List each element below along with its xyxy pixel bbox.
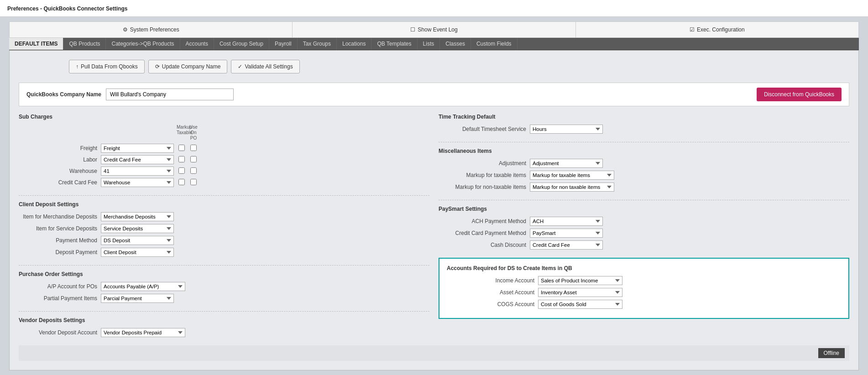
markup-nontaxable-select[interactable]: Markup for non taxable items — [530, 182, 614, 192]
config-icon: ☑ — [690, 26, 695, 33]
partial-payment-select[interactable]: Parcial Payment — [101, 294, 174, 303]
labor-useon-check[interactable] — [190, 156, 197, 162]
warehouse-markup-check[interactable] — [178, 167, 185, 174]
disconnect-button[interactable]: Disconnect from QuickBooks — [757, 88, 842, 101]
payment-method-select[interactable]: DS Deposit — [101, 236, 174, 245]
validate-all-label: Validate All Settings — [245, 63, 293, 70]
refresh-icon: ⟳ — [155, 63, 160, 70]
action-buttons: ↑ Pull Data From Qbooks ⟳ Update Company… — [19, 60, 849, 73]
cash-discount-row: Cash Discount Credit Card Fee — [439, 240, 849, 250]
company-bar: QuickBooks Company Name Disconnect from … — [19, 83, 849, 106]
purchase-order-section: Purchase Order Settings A/P Account for … — [19, 271, 429, 303]
sub-charge-freight-row: Freight Freight — [19, 144, 429, 153]
tab-custom-fields[interactable]: Custom Fields — [471, 38, 518, 50]
ap-account-select[interactable]: Accounts Payable (A/P) — [101, 282, 185, 291]
offline-bar: Offline — [19, 345, 849, 361]
offline-badge: Offline — [818, 348, 845, 358]
offline-label: Offline — [824, 350, 839, 356]
sub-charges-title: Sub Charges — [19, 114, 52, 120]
nav-system-preferences-label: System Preferences — [130, 26, 179, 33]
freight-markup-check[interactable] — [178, 145, 185, 151]
freight-useon-check[interactable] — [190, 145, 197, 151]
tab-lists[interactable]: Lists — [418, 38, 440, 50]
credit-card-payment-row: Credit Card Payment Method PaySmart — [439, 229, 849, 238]
nav-show-event-log-label: Show Event Log — [418, 26, 457, 33]
ds-accounts-box: Accounts Required for DS to Create Items… — [439, 258, 849, 319]
credit-card-payment-select[interactable]: PaySmart — [530, 229, 603, 238]
tab-classes[interactable]: Classes — [440, 38, 471, 50]
deposit-payment-select[interactable]: Client Deposit — [101, 248, 174, 257]
miscellaneous-title: Miscellaneous Items — [439, 148, 492, 154]
labor-select[interactable]: Credit Card Fee — [101, 155, 174, 164]
tab-default-items[interactable]: DEFAULT ITEMS — [9, 38, 63, 50]
nav-exec-configuration[interactable]: ☑ Exec. Configuration — [576, 22, 858, 37]
page-title-bar: Preferences - QuickBooks Connector Setti… — [0, 0, 868, 17]
ap-account-row: A/P Account for POs Accounts Payable (A/… — [19, 282, 429, 291]
tab-categories-qb-products[interactable]: Categories->QB Products — [106, 38, 180, 50]
company-name-input[interactable] — [106, 89, 234, 100]
tab-payroll[interactable]: Payroll — [269, 38, 298, 50]
warehouse-select[interactable]: 41 — [101, 167, 174, 176]
markup-taxable-select[interactable]: Markup for taxable items — [530, 171, 614, 180]
check-icon: ✓ — [238, 63, 242, 70]
time-tracking-title: Time Tracking Default — [439, 114, 495, 120]
pull-data-label: Pull Data From Qbooks — [81, 63, 138, 70]
content-area: ↑ Pull Data From Qbooks ⟳ Update Company… — [9, 50, 859, 370]
cogs-account-select[interactable]: Cost of Goods Sold — [538, 300, 622, 309]
tab-qb-products[interactable]: QB Products — [63, 38, 106, 50]
service-deposits-row: Item for Service Deposits Service Deposi… — [19, 224, 429, 233]
tab-locations[interactable]: Locations — [337, 38, 371, 50]
update-company-name-button[interactable]: ⟳ Update Company Name — [148, 60, 228, 73]
asset-account-select[interactable]: Inventory Asset — [538, 288, 622, 297]
tab-cost-group-setup[interactable]: Cost Group Setup — [214, 38, 269, 50]
sub-charge-creditcard-row: Credit Card Fee Warehouse — [19, 178, 429, 187]
paysmart-title: PaySmart Settings — [439, 206, 487, 212]
validate-all-button[interactable]: ✓ Validate All Settings — [231, 60, 299, 73]
ach-payment-select[interactable]: ACH — [530, 217, 603, 226]
tab-qb-templates[interactable]: QB Templates — [371, 38, 417, 50]
nav-show-event-log[interactable]: ☐ Show Event Log — [293, 22, 575, 37]
adjustment-select[interactable]: Adjustment — [530, 159, 603, 168]
payment-method-row: Payment Method DS Deposit — [19, 236, 429, 245]
deposit-payment-row: Deposit Payment Client Deposit — [19, 248, 429, 257]
freight-select[interactable]: Freight — [101, 144, 174, 153]
vendor-deposits-section: Vendor Deposits Settings Vendor Deposit … — [19, 317, 429, 337]
cash-discount-select[interactable]: Credit Card Fee — [530, 240, 603, 250]
vendor-deposit-account-row: Vendor Deposit Account Vendor Deposits P… — [19, 328, 429, 337]
tab-accounts[interactable]: Accounts — [180, 38, 214, 50]
merchandise-deposits-select[interactable]: Merchandise Deposits — [101, 212, 174, 221]
vendor-deposit-account-select[interactable]: Vendor Deposits Prepaid — [101, 328, 185, 337]
page-title: Preferences - QuickBooks Connector Setti… — [7, 5, 127, 12]
paysmart-section: PaySmart Settings ACH Payment Method ACH… — [439, 206, 849, 250]
creditcard-select[interactable]: Warehouse — [101, 178, 174, 187]
tab-tax-groups[interactable]: Tax Groups — [298, 38, 337, 50]
miscellaneous-section: Miscellaneous Items Adjustment Adjustmen… — [439, 148, 849, 192]
labor-markup-check[interactable] — [178, 156, 185, 162]
markup-taxable-row: Markup for taxable items Markup for taxa… — [439, 171, 849, 180]
merchandise-deposits-row: Item for Merchandise Deposits Merchandis… — [19, 212, 429, 221]
income-account-row: Income Account Sales of Product Income — [447, 276, 841, 285]
creditcard-markup-check[interactable] — [178, 179, 185, 185]
upload-icon: ↑ — [76, 63, 78, 70]
markup-nontaxable-row: Markup for non-taxable items Markup for … — [439, 182, 849, 192]
creditcard-useon-check[interactable] — [190, 179, 197, 185]
warehouse-useon-check[interactable] — [190, 167, 197, 174]
client-deposit-title: Client Deposit Settings — [19, 201, 78, 208]
company-name-label: QuickBooks Company Name — [26, 91, 101, 98]
gear-icon: ⚙ — [123, 26, 128, 33]
time-tracking-section: Time Tracking Default Default Timesheet … — [439, 114, 849, 134]
ach-payment-row: ACH Payment Method ACH — [439, 217, 849, 226]
sub-charge-warehouse-row: Warehouse 41 — [19, 167, 429, 176]
update-company-name-label: Update Company Name — [162, 63, 221, 70]
tab-bar: DEFAULT ITEMS QB Products Categories->QB… — [9, 38, 859, 50]
purchase-order-title: Purchase Order Settings — [19, 271, 83, 277]
nav-system-preferences[interactable]: ⚙ System Preferences — [10, 22, 293, 37]
sub-charge-labor-row: Labor Credit Card Fee — [19, 155, 429, 164]
income-account-select[interactable]: Sales of Product Income — [538, 276, 622, 285]
pull-data-button[interactable]: ↑ Pull Data From Qbooks — [69, 60, 145, 73]
sub-charges-section: Sub Charges MarkupTaxable Use OnPO Freig… — [19, 114, 429, 187]
service-deposits-select[interactable]: Service Deposits — [101, 224, 174, 233]
default-timesheet-select[interactable]: Hours — [530, 125, 603, 134]
client-deposit-section: Client Deposit Settings Item for Merchan… — [19, 201, 429, 257]
ds-accounts-title: Accounts Required for DS to Create Items… — [447, 265, 572, 271]
